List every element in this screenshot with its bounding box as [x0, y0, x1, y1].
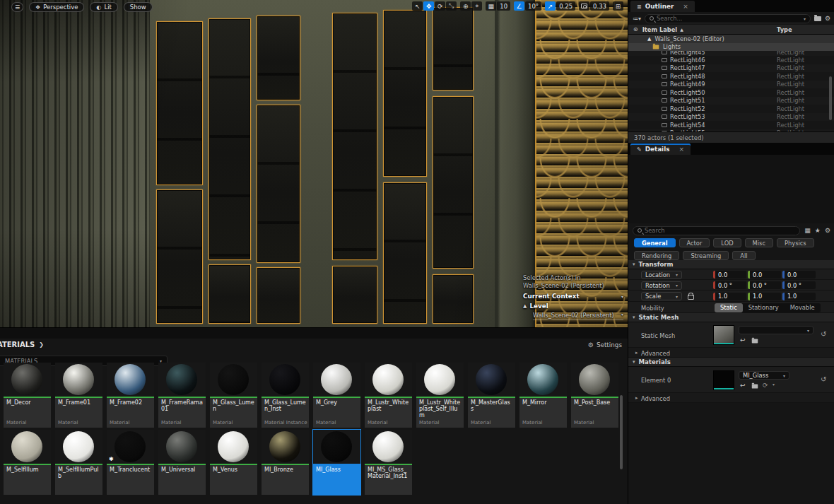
asset-tile[interactable]: M_Venus: [210, 430, 257, 495]
mobility-movable-button[interactable]: Movable: [785, 303, 821, 312]
outliner-filter-icon[interactable]: ≔▾: [633, 16, 641, 22]
asset-tile[interactable]: MI_MS_Glass_Material_Inst1: [365, 430, 412, 495]
static-mesh-advanced-row[interactable]: ▸ Advanced: [628, 348, 834, 358]
close-icon[interactable]: ×: [679, 146, 684, 153]
asset-tile[interactable]: M_Glass_Lumen_InstMaterial Instance: [262, 363, 309, 428]
outliner-row-level[interactable]: ▲ Walls_Scene-02 (Editor): [628, 35, 834, 43]
outliner-row-rectlight[interactable]: RectLight48RectLight: [628, 72, 834, 81]
browse-to-asset-icon[interactable]: [752, 385, 758, 389]
grid-snap-button[interactable]: ▦: [486, 1, 496, 11]
outliner-row-lights-folder[interactable]: Lights: [628, 43, 834, 52]
rotation-x-field[interactable]: 0.0 °: [713, 281, 746, 289]
tab-lod[interactable]: LOD: [713, 238, 741, 247]
section-transform[interactable]: ▾ Transform: [628, 260, 834, 269]
location-x-field[interactable]: 0.0: [713, 271, 746, 279]
settings-button[interactable]: ⚙ Settings: [588, 341, 622, 348]
asset-tile[interactable]: M_GreyMaterial: [313, 363, 360, 428]
outliner-scrollbar[interactable]: [829, 76, 832, 120]
scale-x-field[interactable]: 1.0: [713, 293, 746, 300]
asset-tile[interactable]: M_SelfIllumPulb: [55, 430, 102, 495]
world-space-button[interactable]: ⊕: [460, 1, 471, 11]
favorites-star-icon[interactable]: ★: [815, 227, 821, 234]
static-mesh-combobox[interactable]: ▾: [739, 326, 814, 334]
tab-physics[interactable]: Physics: [777, 238, 814, 247]
breadcrumb[interactable]: MATERIALS ❯: [0, 341, 44, 348]
viewport-layout-button[interactable]: ⊞: [613, 1, 623, 11]
asset-tile[interactable]: ✱M_Tranclucent: [107, 430, 154, 495]
use-selected-asset-icon[interactable]: ↩: [740, 382, 746, 389]
asset-tile[interactable]: M_Universal: [158, 430, 206, 495]
materials-advanced-row[interactable]: ▸ Advanced: [628, 393, 834, 403]
reset-to-default-icon[interactable]: ↺: [821, 375, 826, 383]
viewport-menu-button[interactable]: ☰: [11, 2, 23, 12]
element0-material-combobox[interactable]: MI_Glass ▾: [739, 371, 789, 380]
location-z-field[interactable]: 0.0: [782, 271, 816, 279]
asset-tile[interactable]: M_FrameRama01Material: [158, 363, 206, 428]
eye-icon[interactable]: ⊙: [633, 26, 638, 33]
display-manager-icon[interactable]: ▦: [804, 227, 811, 234]
perspective-button[interactable]: ❖ Perspective: [29, 2, 84, 12]
grid-snap-value[interactable]: 10: [497, 1, 510, 11]
outliner-row-rectlight[interactable]: RectLight45 RectLight: [628, 51, 834, 56]
element0-thumbnail[interactable]: [713, 370, 734, 390]
camera-speed-button[interactable]: [579, 1, 589, 11]
location-y-field[interactable]: 0.0: [748, 271, 781, 279]
new-folder-icon[interactable]: [814, 16, 821, 21]
tab-outliner[interactable]: ≣ Outliner ×: [630, 1, 695, 12]
tab-rendering[interactable]: Rendering: [634, 251, 679, 260]
scale-z-field[interactable]: 1.0: [782, 293, 816, 300]
show-button[interactable]: Show: [124, 2, 153, 12]
asset-tile[interactable]: M_SelfIllum: [4, 430, 51, 495]
select-tool-button[interactable]: ↖: [412, 1, 423, 11]
rotation-y-field[interactable]: 0.0 °: [748, 281, 781, 289]
tab-general[interactable]: General: [634, 238, 676, 247]
use-selected-asset-icon[interactable]: ↩: [740, 336, 746, 344]
outliner-row-rectlight[interactable]: RectLight54RectLight: [628, 121, 834, 129]
asset-tile[interactable]: M_Frame01Material: [55, 363, 102, 428]
material-swirl-icon[interactable]: ⟳: [763, 382, 768, 389]
asset-tile[interactable]: M_MasterGlassMaterial: [468, 363, 515, 428]
tab-all[interactable]: All: [732, 251, 755, 260]
outliner-search-input[interactable]: Search... ▾: [645, 14, 811, 23]
column-item-label[interactable]: Item Label: [642, 26, 678, 33]
rotation-z-field[interactable]: 0.0 °: [782, 281, 816, 289]
move-tool-button[interactable]: ✥: [423, 1, 434, 11]
outliner-settings-gear-icon[interactable]: ⚙: [825, 15, 830, 22]
asset-tile[interactable]: M_Frame02Material: [107, 363, 154, 428]
static-mesh-thumbnail[interactable]: [713, 325, 734, 345]
chevron-down-icon[interactable]: ▾: [773, 382, 775, 387]
close-icon[interactable]: ×: [683, 3, 688, 10]
current-context-header[interactable]: Current Context ▾: [523, 293, 623, 300]
scale-tool-button[interactable]: ⤡: [446, 1, 457, 11]
scale-lock-icon[interactable]: [688, 295, 694, 300]
scale-y-field[interactable]: 1.0: [748, 293, 781, 300]
outliner-row-rectlight[interactable]: RectLight49RectLight: [628, 81, 834, 89]
rotation-dropdown[interactable]: Rotation▾: [641, 281, 682, 290]
outliner-row-rectlight[interactable]: RectLight52RectLight: [628, 105, 834, 113]
asset-tile[interactable]: M_Lustr_Whiteplast_Self_IllumMaterial: [416, 363, 464, 428]
scale-dropdown[interactable]: Scale▾: [641, 292, 682, 300]
asset-tile[interactable]: MI_Bronze: [262, 430, 309, 495]
reset-to-default-icon[interactable]: ↺: [821, 330, 826, 338]
mobility-stationary-button[interactable]: Stationary: [743, 303, 785, 312]
tab-actor[interactable]: Actor: [679, 238, 710, 247]
rotation-snap-value[interactable]: 10°: [525, 1, 541, 11]
asset-tile[interactable]: M_Glass_LumenMaterial: [210, 363, 257, 428]
asset-tile[interactable]: M_Post_BaseMaterial: [571, 363, 618, 428]
outliner-row-rectlight[interactable]: RectLight47RectLight: [628, 64, 834, 73]
column-type[interactable]: Type: [777, 26, 792, 33]
scale-snap-value[interactable]: 0.25: [556, 1, 575, 11]
asset-tile-selected[interactable]: MI_Glass: [313, 430, 360, 495]
asset-tile[interactable]: M_Lustr_WhiteplastMaterial: [365, 363, 412, 428]
scale-snap-button[interactable]: ↗: [545, 1, 556, 11]
level-selector[interactable]: Walls_Scene-02 (Persistent) ▾: [533, 312, 623, 320]
outliner-row-rectlight[interactable]: RectLight50RectLight: [628, 88, 834, 97]
asset-tile[interactable]: M_MirrorMaterial: [519, 363, 567, 428]
rotate-tool-button[interactable]: ⟳: [435, 1, 445, 11]
tab-details[interactable]: ✎ Details ×: [630, 143, 691, 155]
content-browser-scrollbar[interactable]: [620, 395, 623, 469]
tab-streaming[interactable]: Streaming: [683, 251, 729, 260]
outliner-row-rectlight[interactable]: RectLight51RectLight: [628, 97, 834, 105]
surface-snap-button[interactable]: ⌖: [471, 1, 482, 11]
rotation-snap-button[interactable]: ∠: [514, 1, 524, 11]
